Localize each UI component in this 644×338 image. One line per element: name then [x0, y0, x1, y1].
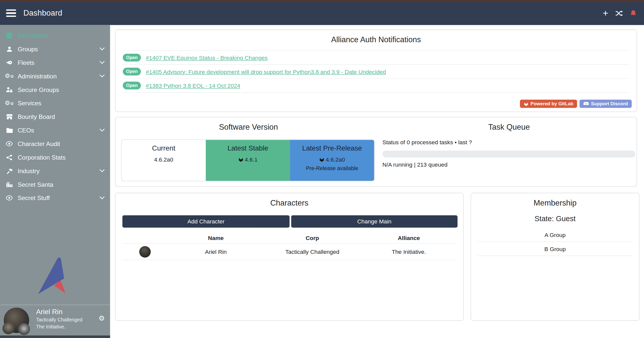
alliance-auth-logo	[35, 257, 75, 295]
add-character-button[interactable]: Add Character	[122, 215, 289, 228]
screen: Dashboard +	[0, 0, 644, 338]
sidebar-item-secret-santa[interactable]: Secret Santa	[0, 178, 110, 191]
topbar: Dashboard +	[0, 1, 644, 25]
gitlab-badge[interactable]: Powered by GitLab	[520, 100, 577, 108]
notification-link[interactable]: #1407 EVE Equinox Status - Breaking Chan…	[146, 54, 268, 61]
characters-title: Characters	[116, 193, 463, 208]
sidebar-item-fleets[interactable]: Fleets	[0, 56, 110, 69]
user-corp: Tactically Challenged	[36, 317, 83, 323]
sidebar-item-ceos[interactable]: CEOs	[0, 123, 110, 137]
sidebar-item-corporation-stats[interactable]: Corporation Stats	[0, 151, 110, 164]
topbar-actions: +	[603, 8, 644, 18]
sidebar-item-label: Character Audit	[18, 140, 60, 147]
discord-badge[interactable]: Support Discord	[580, 100, 632, 108]
chevron-down-icon	[99, 169, 105, 173]
user-lock-icon	[5, 86, 13, 93]
add-icon[interactable]: +	[603, 8, 608, 18]
sidebar-item-industry[interactable]: Industry	[0, 164, 110, 178]
notifications-bell-icon[interactable]	[630, 10, 636, 17]
notification-link[interactable]: #1383 Python 3.8 EOL - 14 Oct 2024	[146, 82, 240, 89]
change-main-button[interactable]: Change Main	[291, 215, 458, 228]
character-name: Ariel Rin	[168, 248, 264, 255]
list-item: A Group	[478, 228, 632, 242]
version-cell-latest-prerelease: Latest Pre-Release 4.6.2a0 Pre-Release a…	[290, 140, 374, 181]
chevron-down-icon	[99, 128, 105, 132]
column-header-alliance: Alliance	[361, 234, 457, 241]
software-taskqueue-panel: Software Version Task Queue Current 4.6.…	[115, 117, 637, 186]
user-panel: Ariel Rin Tactically Challenged The Init…	[0, 305, 110, 335]
gitlab-tanuki-icon	[238, 157, 243, 162]
sidebar-item-secret-stuff[interactable]: Secret Stuff	[0, 191, 110, 205]
sidebar-item-label: CEOs	[18, 127, 34, 134]
version-strip: Current 4.6.2a0 Latest Stable 4.6.1 Late…	[121, 139, 374, 181]
membership-state: State: Guest	[471, 215, 639, 223]
table-row: Ariel Rin Tactically Challenged The Init…	[122, 243, 457, 260]
notification-row: Open #1405 Advisory: Future development …	[123, 64, 629, 78]
app-viewport: Dashboard +	[0, 0, 644, 338]
sidebar-item-character-audit[interactable]: Character Audit	[0, 137, 110, 151]
membership-title: Membership	[471, 193, 639, 208]
alliance-logo	[18, 323, 30, 335]
sidebar-item-label: Dashboard	[18, 32, 48, 39]
gauge-icon	[5, 32, 13, 39]
sidebar-item-label: Secure Groups	[18, 86, 59, 93]
sidebar-item-secure-groups[interactable]: Secure Groups	[0, 83, 110, 96]
sidebar-item-groups[interactable]: Groups	[0, 42, 110, 56]
sidebar-item-label: Groups	[18, 45, 38, 53]
share-icon	[5, 154, 13, 161]
version-cell-latest-stable: Latest Stable 4.6.1	[206, 140, 290, 181]
list-item: B Group	[478, 242, 632, 256]
gears-icon: ⚙⚙	[5, 73, 13, 80]
corp-logo	[3, 322, 14, 334]
task-queue-status: Status of 0 processed tasks • last ?	[382, 139, 472, 146]
sidebar-item-label: Fleets	[18, 59, 34, 66]
user-icon	[5, 45, 13, 53]
chevron-down-icon	[99, 74, 105, 78]
notification-link[interactable]: #1405 Advisory: Future development will …	[146, 68, 386, 75]
task-queue-progress-bar	[382, 151, 635, 158]
user-name: Ariel Rin	[36, 308, 63, 316]
sidebar-toggle-button[interactable]	[6, 10, 16, 17]
status-badge: Open	[123, 68, 141, 75]
shuffle-icon[interactable]	[615, 10, 623, 16]
task-queue-title: Task Queue	[382, 123, 636, 132]
membership-panel: Membership State: Guest A Group B Group	[471, 193, 639, 321]
column-header-name: Name	[168, 234, 264, 241]
characters-table: Name Corp Alliance Ariel Rin Tactically …	[122, 232, 457, 260]
version-cell-current: Current 4.6.2a0	[122, 140, 206, 181]
notifications-list: Open #1407 EVE Equinox Status - Breaking…	[123, 51, 629, 93]
notification-row: Open #1383 Python 3.8 EOL - 14 Oct 2024	[123, 78, 629, 93]
sidebar-item-services[interactable]: ⚙⚙ Services	[0, 96, 110, 110]
sidebar-item-label: Services	[18, 100, 41, 107]
repo-badges: Powered by GitLab Support Discord	[520, 100, 632, 108]
chevron-down-icon	[99, 61, 105, 65]
gitlab-tanuki-icon	[523, 102, 528, 106]
characters-table-header: Name Corp Alliance	[122, 232, 457, 243]
sidebar-bottom-strip	[0, 335, 110, 338]
column-header-corp: Corp	[264, 234, 361, 241]
status-badge: Open	[123, 82, 141, 89]
sidebar-item-bounty-board[interactable]: Bounty Board	[0, 110, 110, 123]
sidebar-item-label: Industry	[18, 167, 40, 174]
sidebar-item-administration[interactable]: ⚙⚙ Administration	[0, 69, 110, 83]
membership-groups-list: A Group B Group	[478, 228, 632, 256]
sidebar-item-label: Administration	[18, 73, 57, 80]
gifts-icon	[5, 181, 13, 188]
rocket-icon	[5, 59, 13, 66]
sidebar-item-label: Corporation Stats	[18, 154, 66, 161]
notification-row: Open #1407 EVE Equinox Status - Breaking…	[123, 51, 629, 64]
chevron-down-icon	[99, 196, 105, 200]
sidebar-item-dashboard[interactable]: Dashboard	[0, 29, 110, 42]
software-version-title: Software Version	[116, 123, 382, 132]
sidebar-item-label: Bounty Board	[18, 113, 55, 120]
eye-icon	[5, 140, 13, 147]
sidebar: Dashboard Groups Fleets	[0, 25, 110, 338]
sidebar-item-label: Secret Stuff	[18, 195, 50, 202]
notifications-title: Alliance Auth Notifications	[116, 30, 637, 44]
settings-gear-icon[interactable]: ⚙	[98, 315, 105, 322]
store-icon	[5, 113, 13, 120]
discord-icon	[583, 102, 589, 106]
user-alliance: The Initiative.	[36, 324, 65, 330]
character-corp: Tactically Challenged	[264, 248, 361, 255]
characters-panel: Characters Add Character Change Main Nam…	[115, 193, 464, 321]
